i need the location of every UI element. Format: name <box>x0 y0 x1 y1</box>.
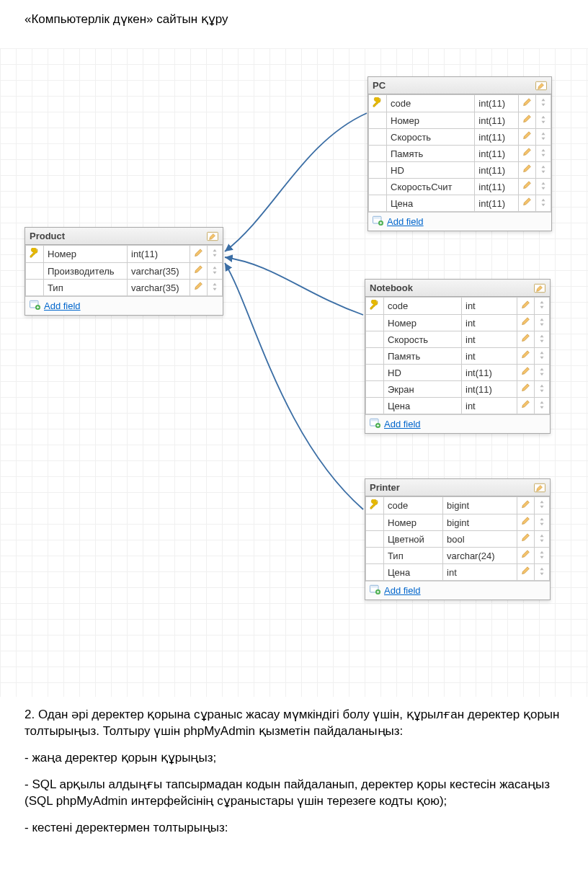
field-type: varchar(24) <box>443 548 517 564</box>
add-field-icon <box>370 584 381 597</box>
edit-cell[interactable] <box>519 129 536 146</box>
edit-cell[interactable] <box>190 263 208 280</box>
pencil-icon <box>521 367 530 378</box>
sort-cell[interactable] <box>535 514 550 531</box>
edit-table-icon[interactable] <box>534 283 545 293</box>
pencil-icon <box>194 266 203 277</box>
svg-rect-14 <box>371 587 378 588</box>
fields-table: codeintНомерintСкоростьintПамятьintHDint… <box>365 297 550 414</box>
field-name: Память <box>387 146 475 162</box>
sort-cell[interactable] <box>208 246 223 263</box>
edit-cell[interactable] <box>517 514 535 531</box>
sort-cell[interactable] <box>535 348 550 365</box>
edit-cell[interactable] <box>517 398 535 414</box>
edit-cell[interactable] <box>517 315 535 331</box>
edit-cell[interactable] <box>517 564 535 581</box>
edit-table-icon[interactable] <box>207 231 218 241</box>
edit-cell[interactable] <box>519 95 536 112</box>
add-field-link[interactable]: Add field <box>44 300 81 311</box>
key-cell <box>26 246 44 263</box>
table-product: ProductНомерint(11)Производительvarchar(… <box>24 227 223 316</box>
edit-table-icon[interactable] <box>534 483 545 493</box>
sort-cell[interactable] <box>536 129 551 146</box>
paragraph: - SQL арқылы алдыңғы тапсырмадан кодын п… <box>24 777 564 810</box>
sort-cell[interactable] <box>208 280 223 296</box>
paragraph: - кестені деректермен толтырыңыз: <box>24 820 564 837</box>
sort-cell[interactable] <box>536 95 551 112</box>
table-row: codeint(11) <box>369 95 551 112</box>
edit-table-icon[interactable] <box>535 81 547 91</box>
key-cell <box>366 548 384 564</box>
pencil-icon <box>521 401 530 411</box>
field-name: Цена <box>384 398 462 414</box>
add-field-link[interactable]: Add field <box>384 585 421 596</box>
key-cell <box>369 112 387 129</box>
edit-cell[interactable] <box>519 195 536 212</box>
sort-cell[interactable] <box>535 331 550 348</box>
edit-cell[interactable] <box>517 548 535 564</box>
sort-icon <box>538 551 545 561</box>
sort-cell[interactable] <box>535 365 550 381</box>
field-type: int(11) <box>475 195 519 212</box>
key-cell <box>366 381 384 398</box>
field-name: Тип <box>384 548 443 564</box>
edit-cell[interactable] <box>517 381 535 398</box>
table-row: СкоростьСчитint(11) <box>369 179 551 195</box>
add-field-link[interactable]: Add field <box>387 216 424 227</box>
field-name: Цветной <box>384 531 443 548</box>
sort-cell[interactable] <box>536 146 551 162</box>
sort-cell[interactable] <box>536 112 551 129</box>
sort-icon <box>538 384 545 395</box>
pencil-icon <box>521 318 530 329</box>
sort-cell[interactable] <box>536 162 551 179</box>
sort-cell[interactable] <box>535 564 550 581</box>
field-type: int <box>443 564 517 581</box>
sort-cell[interactable] <box>535 548 550 564</box>
sort-cell[interactable] <box>535 381 550 398</box>
sort-cell[interactable] <box>535 315 550 331</box>
edit-cell[interactable] <box>517 331 535 348</box>
field-type: varchar(35) <box>128 280 190 296</box>
add-field-icon <box>30 300 41 312</box>
edit-cell[interactable] <box>519 146 536 162</box>
sort-cell[interactable] <box>535 497 550 514</box>
field-type: int(11) <box>475 146 519 162</box>
sort-cell[interactable] <box>535 531 550 548</box>
er-diagram: ProductНомерint(11)Производительvarchar(… <box>0 48 588 697</box>
sort-cell[interactable] <box>208 263 223 280</box>
pencil-icon <box>521 501 530 512</box>
edit-cell[interactable] <box>517 298 535 315</box>
pencil-icon <box>522 115 532 126</box>
edit-cell[interactable] <box>517 497 535 514</box>
field-name: HD <box>387 162 475 179</box>
edit-cell[interactable] <box>517 348 535 365</box>
edit-cell[interactable] <box>519 162 536 179</box>
sort-icon <box>540 98 547 109</box>
field-type: varchar(35) <box>128 263 190 280</box>
edit-cell[interactable] <box>190 280 208 296</box>
field-type: int <box>462 331 517 348</box>
edit-cell[interactable] <box>519 112 536 129</box>
pencil-icon <box>521 351 530 362</box>
svg-rect-2 <box>31 302 37 303</box>
add-field-icon <box>373 215 384 228</box>
sort-cell[interactable] <box>536 179 551 195</box>
key-icon <box>30 249 40 260</box>
edit-cell[interactable] <box>519 179 536 195</box>
field-type: int(11) <box>475 129 519 146</box>
edit-cell[interactable] <box>517 531 535 548</box>
sort-cell[interactable] <box>535 298 550 315</box>
field-type: bigint <box>443 514 517 531</box>
sort-cell[interactable] <box>535 398 550 414</box>
field-type: int(11) <box>475 179 519 195</box>
paragraph: - жаңа деректер қорын құрыңыз; <box>24 750 564 767</box>
sort-cell[interactable] <box>536 195 551 212</box>
add-field-link[interactable]: Add field <box>384 419 421 429</box>
table-notebook: NotebookcodeintНомерintСкоростьintПамять… <box>365 279 551 434</box>
field-name: Номер <box>384 315 462 331</box>
pencil-icon <box>521 334 530 345</box>
edit-cell[interactable] <box>190 246 208 263</box>
edit-cell[interactable] <box>517 365 535 381</box>
sort-icon <box>540 148 547 159</box>
sort-icon <box>538 567 545 578</box>
